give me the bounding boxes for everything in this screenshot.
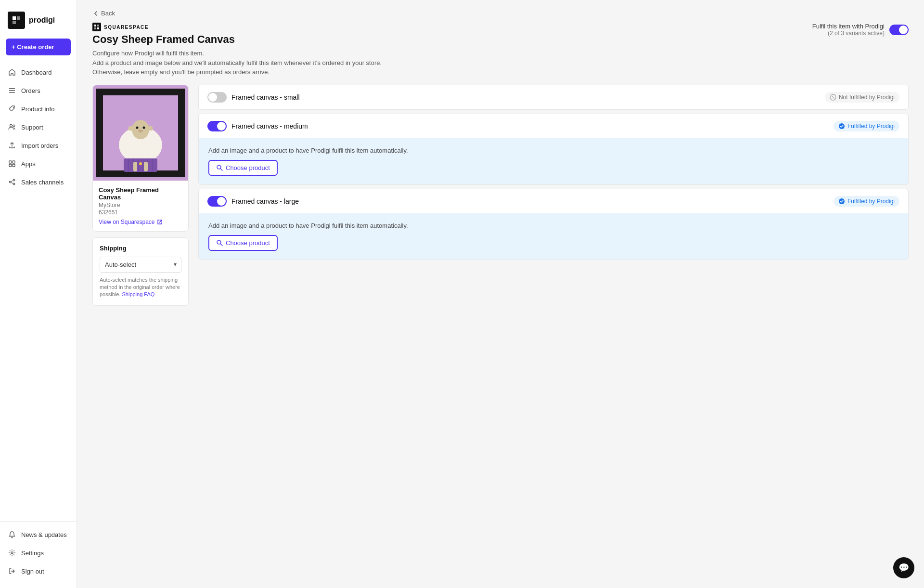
home-icon	[8, 68, 16, 77]
back-label: Back	[101, 10, 115, 17]
logo-area: prodigi	[0, 8, 77, 39]
shipping-faq-link[interactable]: Shipping FAQ	[122, 291, 154, 297]
sidebar-item-apps[interactable]: Apps	[0, 155, 77, 173]
svg-point-35	[138, 130, 143, 132]
apps-label: Apps	[21, 160, 36, 168]
shipping-select[interactable]: Auto-select Standard Express	[100, 257, 181, 273]
variant-toggle-medium[interactable]	[207, 121, 227, 131]
svg-point-30	[123, 139, 134, 149]
svg-point-13	[13, 179, 15, 181]
support-label: Support	[21, 124, 43, 131]
variant-toggle-large[interactable]	[207, 196, 227, 207]
svg-point-16	[11, 552, 13, 554]
product-image	[93, 85, 188, 181]
sidebar-item-settings[interactable]: Settings	[0, 544, 77, 562]
choose-product-label-large: Choose product	[226, 239, 270, 247]
svg-rect-21	[97, 27, 99, 29]
right-panel: Framed canvas - small Not fulfilled by P…	[198, 85, 909, 264]
variant-name-medium: Framed canvas - medium	[231, 122, 308, 130]
sign-out-label: Sign out	[21, 568, 44, 575]
view-link-text: View on Squarespace	[99, 219, 155, 225]
svg-point-8	[13, 125, 15, 127]
create-order-button[interactable]: + Create order	[6, 39, 71, 55]
gear-icon	[8, 549, 16, 557]
squarespace-logo-icon	[92, 23, 101, 31]
status-badge-medium: Fulfilled by Prodigi	[834, 121, 899, 131]
tag-icon	[8, 105, 16, 113]
share-icon	[8, 178, 16, 186]
back-link[interactable]: Back	[92, 10, 909, 17]
chat-button[interactable]: 💬	[893, 557, 914, 578]
status-text-medium: Fulfilled by Prodigi	[847, 123, 895, 130]
left-panel: Cosy Sheep Framed Canvas MyStore 632651 …	[92, 85, 189, 306]
shipping-card: Shipping Auto-select Standard Express ▾ …	[92, 237, 189, 306]
view-on-squarespace-link[interactable]: View on Squarespace	[99, 219, 182, 225]
fulfill-toggle[interactable]	[889, 25, 909, 35]
sidebar-item-sign-out[interactable]: Sign out	[0, 562, 77, 580]
sidebar-item-orders[interactable]: Orders	[0, 81, 77, 100]
page-title: Cosy Sheep Framed Canvas	[92, 33, 382, 46]
fulfill-label: Fulfil this item with Prodigi	[812, 23, 885, 30]
svg-point-51	[217, 165, 221, 169]
sidebar-item-import-orders[interactable]: Import orders	[0, 136, 77, 155]
choose-product-label-medium: Choose product	[226, 164, 270, 171]
back-chevron-icon	[92, 10, 99, 17]
import-orders-label: Import orders	[21, 142, 58, 149]
product-store: MyStore	[99, 202, 182, 209]
variant-body-text-large: Add an image and a product to have Prodi…	[208, 222, 898, 229]
variant-header-small: Framed canvas - small Not fulfilled by P…	[199, 85, 908, 109]
choose-product-button-medium[interactable]: Choose product	[208, 160, 278, 176]
svg-rect-17	[92, 23, 101, 31]
orders-label: Orders	[21, 87, 40, 94]
sidebar-item-sales-channels[interactable]: Sales channels	[0, 173, 77, 191]
svg-point-6	[13, 107, 14, 108]
settings-label: Settings	[21, 549, 44, 557]
toggle-thumb-large	[217, 197, 226, 206]
shipping-title: Shipping	[100, 245, 181, 252]
svg-line-52	[221, 169, 223, 171]
svg-point-7	[10, 125, 13, 127]
toggle-thumb	[899, 26, 908, 34]
status-text-large: Fulfilled by Prodigi	[847, 198, 895, 205]
svg-point-45	[139, 162, 142, 165]
shipping-note: Auto-select matches the shipping method …	[100, 276, 181, 299]
dashboard-label: Dashboard	[21, 69, 52, 76]
choose-product-button-large[interactable]: Choose product	[208, 235, 278, 251]
fulfill-toggle-area: Fulfil this item with Prodigi (2 of 3 va…	[812, 23, 909, 37]
sales-channels-label: Sales channels	[21, 179, 64, 186]
svg-rect-47	[144, 162, 148, 171]
sidebar-item-news-updates[interactable]: News & updates	[0, 525, 77, 544]
svg-rect-11	[9, 164, 12, 167]
svg-rect-9	[9, 161, 12, 163]
search-icon-large	[216, 239, 223, 246]
svg-rect-18	[94, 25, 96, 26]
page-desc-2: Add a product and image below and we'll …	[92, 58, 382, 68]
svg-rect-2	[13, 21, 16, 24]
sidebar-item-support[interactable]: Support	[0, 118, 77, 136]
sheep-artwork	[95, 87, 186, 179]
svg-line-55	[221, 244, 223, 246]
sidebar-item-product-info[interactable]: Product info	[0, 100, 77, 118]
product-card: Cosy Sheep Framed Canvas MyStore 632651 …	[92, 85, 189, 232]
fulfilled-icon-large	[838, 198, 845, 205]
variant-header-medium: Framed canvas - medium Fulfilled by Prod…	[199, 114, 908, 138]
variant-name-large: Framed canvas - large	[231, 197, 299, 205]
variant-body-text-medium: Add an image and a product to have Prodi…	[208, 147, 898, 154]
product-id: 632651	[99, 209, 182, 216]
status-text-small: Not fulfilled by Prodigi	[839, 94, 895, 101]
svg-rect-5	[9, 92, 15, 93]
svg-rect-4	[9, 90, 15, 91]
news-updates-label: News & updates	[21, 531, 67, 538]
svg-rect-46	[133, 162, 137, 171]
chat-icon: 💬	[898, 562, 909, 573]
squarespace-wordmark: SQUARESPACE	[104, 25, 149, 30]
toggle-thumb-small	[208, 93, 217, 102]
sidebar-item-dashboard[interactable]: Dashboard	[0, 63, 77, 81]
svg-rect-12	[13, 164, 15, 167]
variant-left-medium: Framed canvas - medium	[207, 121, 308, 131]
svg-point-34	[143, 126, 145, 129]
svg-point-33	[136, 126, 139, 129]
fulfill-label-area: Fulfil this item with Prodigi (2 of 3 va…	[812, 23, 885, 37]
variant-toggle-small[interactable]	[207, 92, 227, 103]
logo-text: prodigi	[29, 16, 55, 25]
